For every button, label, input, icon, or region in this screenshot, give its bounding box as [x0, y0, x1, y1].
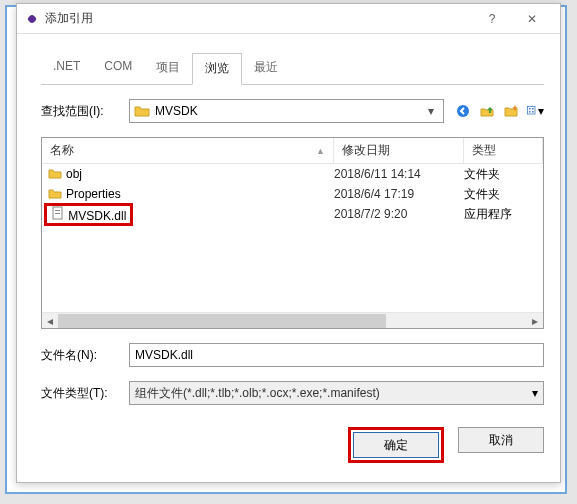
titlebar: 添加引用 ? ✕ — [17, 4, 560, 34]
chevron-down-icon: ▾ — [423, 104, 439, 118]
close-button[interactable]: ✕ — [512, 6, 552, 32]
scroll-thumb[interactable] — [58, 314, 386, 328]
view-menu-icon[interactable]: ▾ — [526, 102, 544, 120]
scroll-left-icon[interactable]: ◂ — [42, 314, 58, 328]
filetype-label: 文件类型(T): — [41, 385, 129, 402]
lookin-label: 查找范围(I): — [41, 103, 129, 120]
tabstrip: .NET COM 项目 浏览 最近 — [41, 52, 544, 85]
help-button[interactable]: ? — [472, 6, 512, 32]
filetype-row: 文件类型(T): 组件文件(*.dll;*.tlb;*.olb;*.ocx;*.… — [41, 381, 544, 405]
tab-projects[interactable]: 项目 — [144, 53, 192, 85]
lookin-combo[interactable]: MVSDK ▾ — [129, 99, 444, 123]
horizontal-scrollbar[interactable]: ◂ ▸ — [42, 312, 543, 328]
filename-row: 文件名(N): — [41, 343, 544, 367]
list-rows: obj 2018/6/11 14:14 文件夹 Properties 2018/… — [42, 164, 543, 312]
svg-point-0 — [457, 105, 469, 117]
col-name[interactable]: 名称▲ — [42, 138, 334, 163]
dialog-body: .NET COM 项目 浏览 最近 查找范围(I): MVSDK ▾ ▾ — [17, 34, 560, 475]
highlight-box: MVSDK.dll — [44, 203, 133, 226]
dialog-window: 添加引用 ? ✕ .NET COM 项目 浏览 最近 查找范围(I): MVSD… — [16, 3, 561, 483]
tab-browse[interactable]: 浏览 — [192, 53, 242, 85]
folder-nav-toolbar: ▾ — [454, 102, 544, 120]
up-icon[interactable] — [478, 102, 496, 120]
cancel-button[interactable]: 取消 — [458, 427, 544, 453]
list-item[interactable]: Properties 2018/6/4 17:19 文件夹 — [42, 184, 543, 204]
list-item[interactable]: MVSDK.dll 2018/7/2 9:20 应用程序 — [42, 204, 543, 224]
folder-icon — [48, 187, 62, 201]
dll-file-icon — [51, 206, 65, 220]
tab-com[interactable]: COM — [92, 53, 144, 85]
lookin-value: MVSDK — [155, 104, 423, 118]
dialog-buttons: 确定 取消 — [41, 427, 544, 463]
tab-recent[interactable]: 最近 — [242, 53, 290, 85]
svg-rect-8 — [55, 213, 60, 214]
scroll-track[interactable] — [58, 314, 527, 328]
svg-rect-3 — [532, 108, 534, 110]
svg-rect-7 — [55, 210, 60, 211]
tab-dotnet[interactable]: .NET — [41, 53, 92, 85]
svg-rect-4 — [529, 111, 531, 113]
highlight-box: 确定 — [348, 427, 444, 463]
folder-icon — [48, 167, 62, 181]
sort-asc-icon: ▲ — [316, 146, 325, 156]
chevron-down-icon: ▾ — [532, 386, 538, 400]
back-icon[interactable] — [454, 102, 472, 120]
window-buttons: ? ✕ — [472, 6, 552, 32]
svg-rect-1 — [528, 107, 536, 115]
list-item[interactable]: obj 2018/6/11 14:14 文件夹 — [42, 164, 543, 184]
window-title: 添加引用 — [45, 10, 472, 27]
new-folder-icon[interactable] — [502, 102, 520, 120]
list-header: 名称▲ 修改日期 类型 — [42, 138, 543, 164]
scroll-right-icon[interactable]: ▸ — [527, 314, 543, 328]
ok-button[interactable]: 确定 — [353, 432, 439, 458]
filetype-combo[interactable]: 组件文件(*.dll;*.tlb;*.olb;*.ocx;*.exe;*.man… — [129, 381, 544, 405]
app-icon — [25, 12, 39, 26]
svg-rect-2 — [529, 108, 531, 110]
folder-icon — [134, 103, 150, 119]
col-date[interactable]: 修改日期 — [334, 138, 464, 163]
svg-rect-5 — [532, 111, 534, 113]
file-list: 名称▲ 修改日期 类型 obj 2018/6/11 14:14 文件夹 Prop… — [41, 137, 544, 329]
filename-input[interactable] — [129, 343, 544, 367]
col-type[interactable]: 类型 — [464, 138, 543, 163]
lookin-row: 查找范围(I): MVSDK ▾ ▾ — [41, 99, 544, 123]
filename-label: 文件名(N): — [41, 347, 129, 364]
